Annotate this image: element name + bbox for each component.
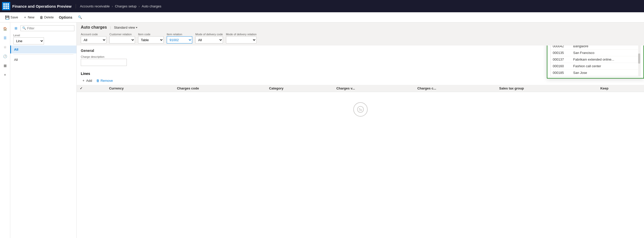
- save-icon: 💾: [5, 15, 9, 19]
- search-icon: 🔍: [78, 15, 82, 19]
- options-button[interactable]: Options: [57, 14, 74, 20]
- left-rail: 🏠 ☰ ☆ 🕐 ▦ ≡: [0, 22, 10, 238]
- rail-clock-icon[interactable]: 🕐: [1, 52, 9, 60]
- rail-filter-icon[interactable]: ☰: [1, 34, 9, 42]
- top-bar: Finance and Operations Preview Accounts …: [0, 0, 644, 12]
- dropdown-scrollbar-thumb: [638, 53, 640, 64]
- mode-delivery-relation-select[interactable]: [226, 36, 257, 43]
- sidebar-divider: [13, 54, 73, 55]
- lines-table: ✓ Currency Charges code Category Charges…: [77, 85, 644, 92]
- app-grid-button[interactable]: [2, 2, 10, 10]
- row-code-5: 000185: [553, 71, 573, 75]
- col-category: Category: [266, 85, 333, 92]
- content-title: Auto charges: [81, 25, 107, 30]
- row-code-3: 000137: [553, 58, 573, 61]
- filter-customer-relation: Customer relation: [109, 33, 135, 43]
- sidebar-item-all-active[interactable]: All: [10, 46, 76, 53]
- row-code-4: 000160: [553, 64, 573, 68]
- delete-button[interactable]: 🗑 Delete: [38, 14, 56, 20]
- save-button[interactable]: 💾 Save: [3, 14, 20, 20]
- empty-state-icon: [353, 102, 368, 117]
- breadcrumb-charges-setup[interactable]: Charges setup: [115, 4, 137, 8]
- row-name-1: Bangalore: [573, 46, 638, 48]
- col-sales-tax: Sales tax group: [496, 85, 597, 92]
- sidebar-filter-icon[interactable]: ⊞: [12, 25, 19, 32]
- filter-item-code: Item code Table: [138, 33, 164, 43]
- table-row[interactable]: 000160 Fashion call center: [551, 63, 640, 70]
- item-relation-select[interactable]: 91002: [167, 36, 192, 43]
- svg-point-1: [359, 108, 360, 109]
- row-code-2: 000135: [553, 51, 573, 55]
- view-select[interactable]: Standard view ▾: [114, 26, 137, 29]
- col-currency: Currency: [106, 85, 174, 92]
- filter-mode-delivery-code: Mode of delivery code All: [195, 33, 223, 43]
- rail-home-icon[interactable]: 🏠: [1, 25, 9, 33]
- level-select[interactable]: Line: [13, 37, 44, 44]
- add-line-button[interactable]: ＋ Add: [81, 78, 93, 83]
- account-code-label: Account code: [81, 33, 106, 36]
- content-header: Auto charges | Standard view ▾: [77, 22, 644, 31]
- item-relation-label: Item relation: [167, 33, 192, 36]
- rail-table-icon[interactable]: ▦: [1, 61, 9, 70]
- customer-relation-label: Customer relation: [109, 33, 135, 36]
- delete-icon: 🗑: [40, 15, 43, 19]
- retail-channel-table: Retail Cha... Name 000041 Mumbai 000042 …: [550, 46, 640, 76]
- filter-input-wrap: 🔍: [20, 25, 74, 31]
- row-name-5: San Jose: [573, 71, 638, 75]
- filter-account-code: Account code All: [81, 33, 106, 43]
- breadcrumb-sep-1: ›: [112, 4, 113, 8]
- main-layout: 🏠 ☰ ☆ 🕐 ▦ ≡ ⊞ 🔍 Level Line All All: [0, 22, 644, 238]
- grid-icon: [3, 3, 9, 9]
- filter-input[interactable]: [27, 26, 73, 30]
- filter-mode-delivery-relation: Mode of delivery relation: [226, 33, 257, 43]
- rail-list-icon[interactable]: ≡: [1, 71, 9, 79]
- mode-delivery-code-select[interactable]: All: [195, 36, 223, 43]
- table-row[interactable]: 000185 San Jose: [551, 70, 640, 76]
- add-icon: ＋: [82, 78, 85, 83]
- item-code-label: Item code: [138, 33, 164, 36]
- dropdown-scrollbar[interactable]: [638, 46, 640, 76]
- empty-state: [77, 92, 644, 129]
- col-keep: Keep: [597, 85, 644, 92]
- mode-delivery-relation-label: Mode of delivery relation: [226, 33, 257, 36]
- retail-dropdown-overlay: Retail channel code Table ▾ Retail chann…: [547, 46, 644, 78]
- view-chevron-icon: ▾: [136, 26, 137, 29]
- filter-item-relation: Item relation 91002: [167, 33, 192, 43]
- filter-search-icon: 🔍: [22, 26, 26, 30]
- content-area: Auto charges | Standard view ▾ Account c…: [77, 22, 644, 238]
- sidebar-items: All All: [10, 46, 76, 238]
- row-name-3: Fabrikam extended online...: [573, 58, 638, 61]
- view-label: Standard view: [114, 26, 135, 29]
- charge-desc-input[interactable]: [81, 59, 127, 66]
- col-charges-c: Charges c...: [414, 85, 496, 92]
- breadcrumb-accounts[interactable]: Accounts receivable: [80, 4, 110, 8]
- outer-container: General Charge description Lines ＋ Add 🗑…: [77, 46, 644, 238]
- rail-star-icon[interactable]: ☆: [1, 43, 9, 51]
- account-code-select[interactable]: All: [81, 36, 106, 43]
- sidebar-item-all[interactable]: All: [10, 56, 76, 64]
- toolbar: 💾 Save ＋ New 🗑 Delete Options 🔍: [0, 12, 644, 22]
- sidebar-filter-row: ⊞ 🔍: [10, 22, 76, 33]
- col-charges-code: Charges code: [174, 85, 266, 92]
- row-name-4: Fashion call center: [573, 64, 638, 68]
- breadcrumb-auto-charges[interactable]: Auto charges: [142, 4, 161, 8]
- table-row[interactable]: 000042 Bangalore: [551, 46, 640, 50]
- row-name-2: San Francisco: [573, 51, 638, 55]
- row-code-1: 000042: [553, 46, 573, 48]
- filter-row: Account code All Customer relation Item …: [77, 31, 644, 46]
- item-code-select[interactable]: Table: [138, 36, 164, 43]
- customer-relation-select[interactable]: [109, 36, 135, 43]
- sidebar-level-row: Level Line: [10, 33, 76, 46]
- table-row[interactable]: 000137 Fabrikam extended online...: [551, 56, 640, 63]
- remove-icon: 🗑: [96, 79, 99, 83]
- mode-delivery-code-label: Mode of delivery code: [195, 33, 223, 36]
- table-row[interactable]: 000135 San Francisco: [551, 50, 640, 56]
- retail-channel-relation-section: Retail channel relation ▾ Retail Cha... …: [547, 46, 644, 78]
- level-label: Level: [13, 34, 73, 37]
- col-check: ✓: [77, 85, 106, 92]
- breadcrumb: Accounts receivable › Charges setup › Au…: [80, 4, 161, 8]
- search-button[interactable]: 🔍: [76, 14, 84, 21]
- view-separator: |: [110, 26, 111, 29]
- remove-line-button[interactable]: 🗑 Remove: [95, 78, 114, 83]
- new-button[interactable]: ＋ New: [21, 14, 37, 21]
